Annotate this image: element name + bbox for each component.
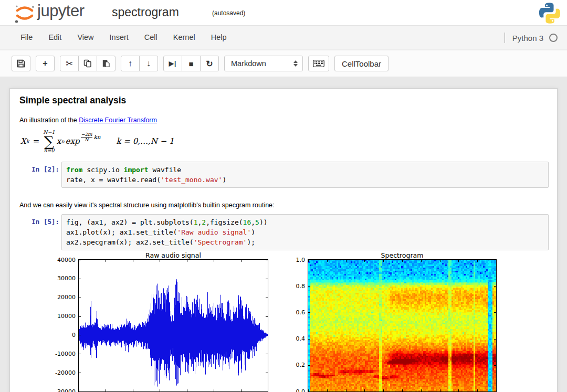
code-line: ax1.plot(x); ax1.set_title('Raw audio si… [66,227,544,237]
run-icon: ▶| [169,60,177,67]
jupyter-logo-text[interactable]: jupyter [37,2,85,20]
y-tick-label: 30000 [47,275,76,282]
cell-prompt: In [2]: [19,162,61,188]
menu-insert[interactable]: Insert [102,26,136,49]
save-notebook-button[interactable] [12,56,30,71]
y-tick-label: 20000 [47,294,76,301]
scissors-icon: ✂ [66,58,73,69]
menu-view[interactable]: View [69,26,101,49]
formula-exp: exp [66,136,80,146]
jupyter-logo-icon[interactable] [14,3,35,24]
menu-file[interactable]: File [13,26,40,49]
spectrogram-plot [308,259,497,392]
menu-kernel[interactable]: Kernel [165,26,203,49]
command-palette-button[interactable] [308,56,329,71]
move-cell-up-button[interactable]: ↑ [121,56,140,71]
cell-type-value: Markdown [225,59,293,68]
raw-audio-plot [78,259,268,392]
code-line: ax2.specgram(x); ax2.set_title('Spectrog… [66,237,544,247]
plot-title-raw-audio: Raw audio signal [78,251,268,259]
code-input[interactable]: from scipy.io import wavfilerate, x = wa… [61,162,549,188]
formula-exponent: −2πi N kn [81,132,101,142]
code-line: rate, x = wavfile.read('test_mono.wav') [66,175,544,185]
stop-icon: ■ [188,59,193,68]
waveform-canvas [79,260,268,391]
toolbar: +✂↑↓▶|■↻ Markdown CellToolbar [0,50,567,77]
y-tick-label: 0.2 [284,362,305,368]
divider [505,33,505,43]
code-input[interactable]: fig, (ax1, ax2) = plt.subplots(1,2,figsi… [61,214,549,250]
jupyter-notebook-app: jupyter spectrogram (autosaved) FileEdit… [0,0,567,392]
y-tick-label: 0.4 [284,335,305,342]
restart-icon: ↻ [206,59,213,69]
formula-condition: k = 0,…,N − 1 [117,136,174,146]
dft-link[interactable]: Discrete Fourier Transform [79,116,157,124]
cut-cell-button[interactable]: ✂ [60,56,79,71]
plot-title-spectrogram: Spectrogram [308,251,497,259]
copy-icon [83,59,92,68]
code-line: from scipy.io import wavfile [66,165,544,175]
y-tick-label: -10000 [47,351,76,357]
y-tick-label: 40000 [47,257,76,263]
toolbar-button-group: ✂ [60,56,116,77]
copy-cell-button[interactable] [78,56,97,71]
code-cell-in5: In [5]: fig, (ax1, ax2) = plt.subplots(1… [19,214,549,250]
toolbar-button-group: + [36,56,55,77]
notebook-header: jupyter spectrogram (autosaved) [0,0,567,26]
restart-kernel-button[interactable]: ↻ [200,56,219,71]
sigma-symbol: ∑ [44,135,54,148]
intro-text: An illustration of the [19,116,79,124]
sum-lower-limit: n=0 [44,148,54,153]
autosave-status: (autosaved) [212,9,245,17]
formula-lhs-sub: k [26,139,29,144]
toolbar-button-group [12,56,30,77]
kernel-idle-circle-icon [549,34,558,42]
plus-icon: + [43,59,47,68]
markdown-paragraph-2: And we can easily view it's spectral str… [19,202,275,209]
formula-term-sub: n [61,139,64,144]
exponent-tail: kn [93,134,100,140]
notebook-title[interactable]: spectrogram [112,5,179,19]
insert-cell-below-button[interactable]: + [36,56,55,71]
menubar: FileEditViewInsertCellKernelHelp Python … [0,26,567,50]
frac-denominator: N [85,137,88,142]
arrow-down-icon: ↓ [146,59,151,68]
menu-cell[interactable]: Cell [136,26,165,49]
formula-lhs: X [20,136,26,146]
code-line: fig, (ax1, ax2) = plt.subplots(1,2,figsi… [66,217,544,227]
keyboard-icon [313,60,324,67]
y-tick-label: 10000 [47,313,76,320]
cell-type-dropdown[interactable]: Markdown [224,56,303,71]
paste-icon [102,59,110,68]
menu-help[interactable]: Help [203,26,235,49]
spectrogram-canvas [308,260,496,391]
run-cell-button[interactable]: ▶| [163,56,182,71]
floppy-icon [17,59,25,68]
math-formula: Xk = N−1 ∑ n=0 xn exp −2πi N kn k = 0,…,… [20,126,174,156]
cell-prompt: In [5]: [19,214,61,250]
y-tick-label: -30000 [47,388,76,392]
paste-cell-button[interactable] [97,56,116,71]
move-cell-down-button[interactable]: ↓ [139,56,158,71]
summation: N−1 ∑ n=0 [43,130,55,153]
markdown-paragraph: An illustration of the Discrete Fourier … [19,116,157,124]
kernel-name: Python 3 [512,34,543,43]
kernel-indicator-area: Python 3 [505,26,558,50]
y-tick-label: -20000 [47,369,76,376]
select-arrows-icon [293,60,298,67]
y-tick-label: 0.0 [284,388,305,392]
python-logo-icon [538,1,562,25]
y-tick-label: 0.8 [284,283,305,290]
markdown-heading: Simple spectral analysis [19,95,126,106]
menu-edit[interactable]: Edit [40,26,69,49]
celltoolbar-button[interactable]: CellToolbar [334,56,388,71]
y-tick-label: 0 [47,332,76,338]
toolbar-button-group: ↑↓ [121,56,158,77]
y-tick-label: 0.6 [284,309,305,316]
y-tick-label: 1.0 [284,257,305,263]
arrow-up-icon: ↑ [128,59,132,68]
interrupt-kernel-button[interactable]: ■ [182,56,201,71]
formula-term: x [57,136,61,146]
toolbar-button-group: ▶|■↻ [163,56,219,77]
notebook-container: Simple spectral analysis An illustration… [9,88,558,392]
